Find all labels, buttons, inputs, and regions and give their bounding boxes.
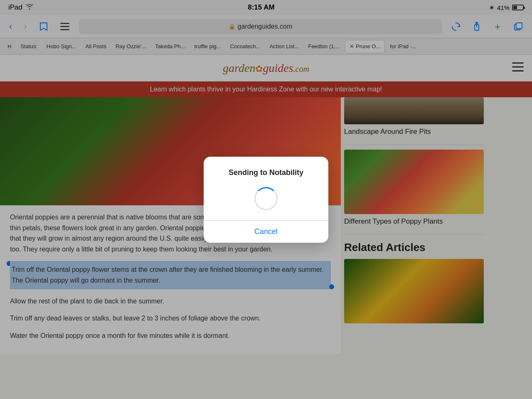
loading-spinner xyxy=(254,187,278,210)
modal-title: Sending to Notability xyxy=(214,168,318,177)
spinner-container xyxy=(254,187,278,210)
sending-modal: Sending to Notability Cancel xyxy=(204,157,328,243)
cancel-button[interactable]: Cancel xyxy=(214,221,318,243)
modal-overlay: Sending to Notability Cancel xyxy=(0,0,532,399)
